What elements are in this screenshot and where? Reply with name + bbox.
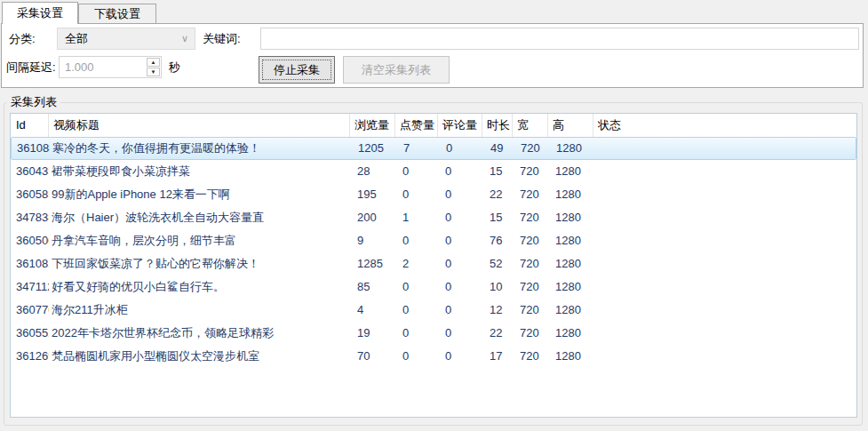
- table-header: Id 视频标题 浏览量 点赞量 评论量 时长 宽 高 状态: [11, 114, 856, 137]
- cell-height: 1280: [548, 345, 593, 368]
- cell-status: [593, 299, 856, 322]
- cell-width: 720: [513, 275, 548, 299]
- cell-likes: 0: [395, 229, 438, 252]
- keyword-label: 关键词:: [203, 28, 241, 50]
- cell-likes: 2: [395, 252, 438, 275]
- table-row[interactable]: 360770635 海尔211升冰柜 4 0 0 12 720 1280: [11, 299, 856, 322]
- spinner-down-button[interactable]: ▼: [147, 68, 160, 76]
- column-header-height[interactable]: 高: [548, 114, 593, 137]
- table-row[interactable]: 347112324 好看又好骑的优贝小白鲨自行车。 85 0 0 10 720 …: [11, 275, 856, 299]
- cell-comments: 0: [438, 252, 482, 275]
- cell-duration: 22: [482, 183, 513, 206]
- cell-id: 360435627: [11, 160, 49, 183]
- cell-comments: 0: [438, 299, 482, 322]
- cell-likes: 0: [395, 322, 438, 345]
- column-header-status[interactable]: 状态: [593, 114, 856, 137]
- column-header-views[interactable]: 浏览量: [350, 114, 395, 137]
- column-header-width[interactable]: 宽: [513, 114, 548, 137]
- cell-likes: 0: [395, 183, 438, 206]
- cell-height: 1280: [548, 299, 593, 322]
- tab-collect-settings[interactable]: 采集设置: [2, 2, 78, 24]
- cell-views: 4: [350, 299, 395, 322]
- cell-duration: 76: [482, 229, 513, 252]
- spinner-down-icon: ▼: [151, 69, 156, 75]
- cell-id: 347112324: [11, 275, 49, 299]
- column-header-duration[interactable]: 时长: [482, 114, 513, 137]
- cell-views: 200: [350, 206, 395, 229]
- cell-status: [593, 229, 856, 252]
- cell-width: 720: [513, 252, 548, 275]
- spinner-up-button[interactable]: ▲: [147, 58, 160, 67]
- cell-id: 361269614: [11, 345, 49, 368]
- cell-views: 1285: [350, 252, 395, 275]
- cell-likes: 0: [395, 299, 438, 322]
- cell-duration: 15: [482, 206, 513, 229]
- table-row[interactable]: 361088440 寒冷的冬天，你值得拥有更温暖的体验！ 1205 7 0 49…: [11, 137, 856, 160]
- cell-likes: 7: [396, 138, 439, 159]
- column-header-likes[interactable]: 点赞量: [395, 114, 438, 137]
- cell-id: 347838888: [11, 206, 49, 229]
- cell-views: 85: [350, 275, 395, 299]
- cell-likes: 0: [395, 345, 438, 368]
- table-row[interactable]: 361082592 下班回家饭菜凉了？贴心的它帮你解决！ 1285 2 0 52…: [11, 252, 856, 275]
- keyword-input[interactable]: [260, 28, 859, 50]
- cell-views: 1205: [351, 138, 396, 159]
- cell-comments: 0: [438, 160, 482, 183]
- cell-status: [593, 160, 856, 183]
- cell-likes: 0: [395, 160, 438, 183]
- cell-comments: 0: [438, 345, 482, 368]
- delay-spinner: ▲ ▼: [147, 58, 160, 76]
- cell-height: 1280: [548, 160, 593, 183]
- cell-likes: 1: [395, 206, 438, 229]
- cell-title: 裙带菜梗段即食小菜凉拌菜: [49, 160, 350, 183]
- collect-list-table[interactable]: Id 视频标题 浏览量 点赞量 评论量 时长 宽 高 状态 361088440 …: [10, 113, 857, 418]
- column-header-title[interactable]: 视频标题: [49, 114, 350, 137]
- table-row[interactable]: 361269614 梵品椭圆机家用小型椭圆仪太空漫步机室 70 0 0 17 7…: [11, 345, 856, 368]
- app-window: 采集设置 下载设置 分类: 全部 ∨ 关键词: 间隔延迟: 1.000 ▲ ▼ …: [0, 0, 868, 431]
- cell-id: 361082592: [11, 252, 49, 275]
- cell-comments: 0: [438, 275, 482, 299]
- table-body: 361088440 寒冷的冬天，你值得拥有更温暖的体验！ 1205 7 0 49…: [11, 137, 856, 368]
- cell-status: [594, 138, 856, 159]
- cell-views: 70: [350, 345, 395, 368]
- clear-list-button: 清空采集列表: [343, 56, 450, 84]
- cell-id: 360770635: [11, 299, 49, 322]
- cell-height: 1280: [548, 206, 593, 229]
- stop-collect-button[interactable]: 停止采集: [259, 56, 335, 84]
- cell-views: 28: [350, 160, 395, 183]
- cell-title: 海尔211升冰柜: [49, 299, 350, 322]
- cell-comments: 0: [439, 138, 483, 159]
- cell-duration: 17: [482, 345, 513, 368]
- cell-height: 1280: [548, 252, 593, 275]
- cell-comments: 0: [438, 229, 482, 252]
- category-select[interactable]: 全部 ∨: [57, 28, 195, 50]
- delay-value: 1.000: [65, 57, 94, 77]
- cell-width: 720: [513, 345, 548, 368]
- cell-title: 99新的Apple iPhone 12来看一下啊: [49, 183, 350, 206]
- cell-height: 1280: [548, 275, 593, 299]
- category-label: 分类:: [9, 28, 36, 50]
- cell-height: 1280: [549, 138, 594, 159]
- cell-title: 梵品椭圆机家用小型椭圆仪太空漫步机室: [49, 345, 350, 368]
- delay-stepper[interactable]: 1.000 ▲ ▼: [59, 56, 162, 78]
- cell-id: 360585865: [11, 183, 49, 206]
- cell-views: 19: [350, 322, 395, 345]
- table-row[interactable]: 360585865 99新的Apple iPhone 12来看一下啊 195 0…: [11, 183, 856, 206]
- table-row[interactable]: 360500064 丹拿汽车音响，层次分明，细节丰富 9 0 0 76 720 …: [11, 229, 856, 252]
- cell-id: 360500064: [11, 229, 49, 252]
- cell-height: 1280: [548, 229, 593, 252]
- tab-download-settings[interactable]: 下载设置: [78, 4, 156, 23]
- cell-likes: 0: [395, 275, 438, 299]
- column-header-id[interactable]: Id: [11, 114, 49, 137]
- table-row[interactable]: 360552593 2022年卡塔尔世界杯纪念币，领略足球精彩 19 0 0 2…: [11, 322, 856, 345]
- cell-width: 720: [513, 160, 548, 183]
- cell-height: 1280: [548, 183, 593, 206]
- cell-status: [593, 345, 856, 368]
- cell-status: [593, 183, 856, 206]
- cell-title: 下班回家饭菜凉了？贴心的它帮你解决！: [49, 252, 350, 275]
- column-header-comments[interactable]: 评论量: [438, 114, 482, 137]
- table-row[interactable]: 360435627 裙带菜梗段即食小菜凉拌菜 28 0 0 15 720 128…: [11, 160, 856, 183]
- cell-duration: 52: [482, 252, 513, 275]
- cell-title: 好看又好骑的优贝小白鲨自行车。: [49, 275, 350, 299]
- table-row[interactable]: 347838888 海尔（Haier）波轮洗衣机全自动大容量直 200 1 0 …: [11, 206, 856, 229]
